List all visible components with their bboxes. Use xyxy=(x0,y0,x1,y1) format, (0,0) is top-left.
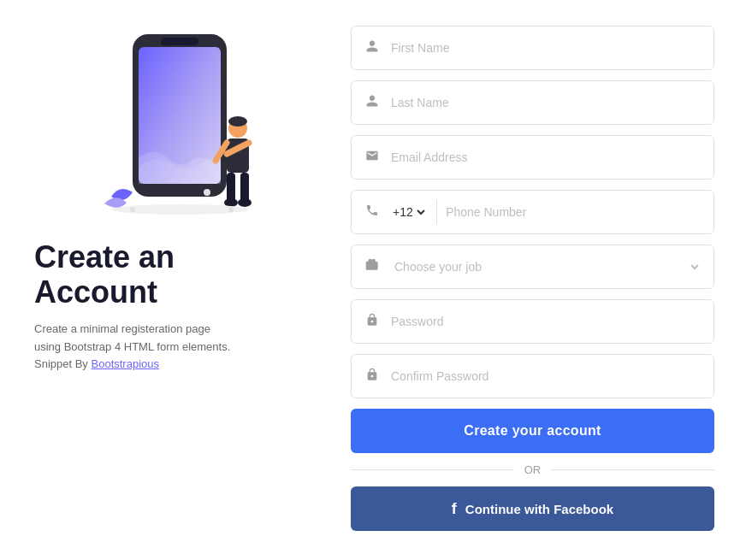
svg-rect-9 xyxy=(240,173,249,203)
bootstrapious-link[interactable]: Bootstrapious xyxy=(92,357,160,370)
left-text-block: Create an Account Create a minimal regis… xyxy=(26,239,334,374)
phone-group: +12 +1 +44 +91 +61 xyxy=(351,190,714,234)
email-input[interactable] xyxy=(391,150,702,164)
illustration-area xyxy=(26,26,334,222)
email-icon xyxy=(364,149,381,166)
phone-icon xyxy=(364,203,381,221)
job-icon xyxy=(364,258,381,275)
job-group: Choose your job Software Developer Desig… xyxy=(351,245,714,289)
svg-rect-2 xyxy=(161,38,198,45)
facebook-button[interactable]: f Continue with Facebook xyxy=(351,486,714,531)
last-name-input[interactable] xyxy=(391,96,702,109)
password-input[interactable] xyxy=(391,315,702,328)
or-divider: OR xyxy=(351,463,714,476)
lock-icon-2 xyxy=(364,368,381,385)
svg-point-11 xyxy=(238,198,252,207)
phone-prefix-select[interactable]: +12 +1 +44 +91 +61 xyxy=(389,204,428,220)
person-icon xyxy=(364,39,381,56)
facebook-label: Continue with Facebook xyxy=(465,502,613,516)
confirm-password-input[interactable] xyxy=(391,369,702,383)
phone-divider xyxy=(436,200,437,224)
job-select[interactable]: Choose your job Software Developer Desig… xyxy=(391,259,702,274)
or-line-right xyxy=(551,469,714,470)
svg-point-14 xyxy=(228,207,234,212)
last-name-group xyxy=(351,80,714,125)
create-account-button[interactable]: Create your account xyxy=(351,409,714,453)
password-group xyxy=(351,299,714,344)
email-group xyxy=(351,135,714,180)
facebook-icon: f xyxy=(452,500,457,518)
or-label: OR xyxy=(524,463,542,476)
page-container: Create an Account Create a minimal regis… xyxy=(0,0,740,560)
svg-point-15 xyxy=(130,207,135,212)
left-title: Create an Account xyxy=(34,239,334,310)
or-line-left xyxy=(351,469,514,470)
phone-illustration xyxy=(86,26,274,222)
svg-rect-8 xyxy=(227,173,235,203)
phone-number-input[interactable] xyxy=(446,205,702,219)
first-name-input[interactable] xyxy=(391,41,702,55)
svg-point-4 xyxy=(228,116,247,127)
lock-icon xyxy=(364,313,381,330)
svg-point-10 xyxy=(224,198,238,207)
confirm-password-group xyxy=(351,354,714,398)
person-icon-2 xyxy=(364,94,381,111)
left-panel: Create an Account Create a minimal regis… xyxy=(26,17,334,374)
registration-form: +12 +1 +44 +91 +61 Choose your job Softw… xyxy=(334,17,714,531)
first-name-group xyxy=(351,26,714,70)
left-description: Create a minimal registeration page usin… xyxy=(34,321,240,374)
svg-point-13 xyxy=(204,189,210,196)
